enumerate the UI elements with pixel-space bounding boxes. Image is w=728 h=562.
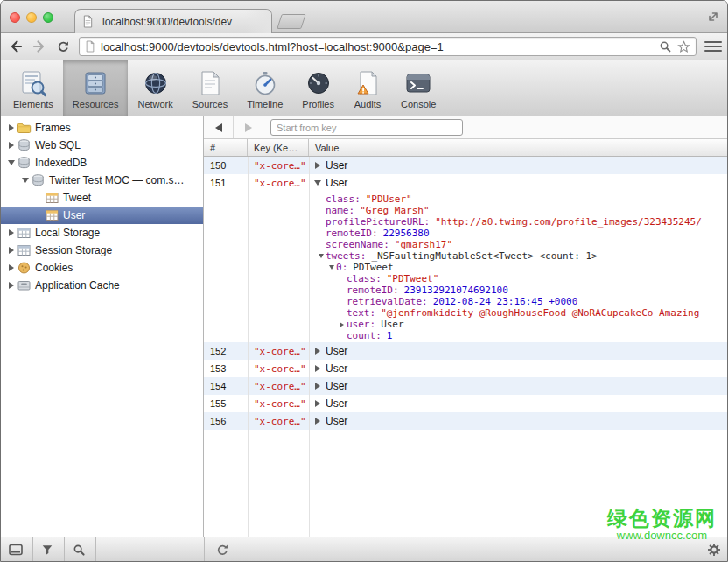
sidebar-item-user[interactable]: User: [1, 207, 203, 224]
disclosure-right-icon[interactable]: [312, 400, 323, 407]
grid-header: # Key (Ke… Value: [204, 139, 728, 157]
sidebar-item-label: Tweet: [63, 192, 91, 204]
disclosure-right-icon[interactable]: [6, 247, 17, 254]
status-bar: [1, 537, 728, 561]
url-field[interactable]: localhost:9000/devtools/devtools.html?ho…: [79, 37, 696, 56]
tab-timeline[interactable]: Timeline: [237, 60, 292, 116]
row-value: User: [326, 415, 347, 427]
network-icon: [142, 69, 170, 97]
toggle-console-button[interactable]: [8, 542, 24, 558]
property-value: PDTweet: [353, 262, 393, 273]
sidebar-item-frames[interactable]: Frames: [1, 119, 203, 137]
row-number: 151: [204, 178, 248, 188]
column-header-key[interactable]: Key (Ke…: [248, 139, 309, 156]
refresh-button[interactable]: [214, 542, 230, 558]
tab-elements[interactable]: Elements: [4, 60, 63, 116]
table-row[interactable]: 151"x-core…"Userclass"PDUser"name"Greg M…: [204, 174, 728, 342]
sidebar-item-label: Frames: [35, 122, 71, 134]
column-header-value[interactable]: Value: [309, 139, 728, 156]
disclosure-down-icon[interactable]: [312, 180, 323, 186]
database-icon: [17, 138, 32, 152]
new-tab-button[interactable]: [276, 14, 306, 29]
disclosure-right-icon[interactable]: [6, 229, 17, 236]
browser-tab[interactable]: localhost:9000/devtools/dev: [74, 9, 272, 33]
disclosure-right-icon[interactable]: [337, 322, 346, 327]
disclosure-right-icon[interactable]: [6, 264, 17, 271]
sidebar-item-twitter-test-moc-com-s[interactable]: Twitter Test MOC — com.s…: [1, 172, 203, 189]
zoom-window-button[interactable]: [43, 12, 53, 23]
property-name: class: [326, 193, 360, 205]
disclosure-right-icon[interactable]: [6, 142, 17, 149]
menu-button[interactable]: [704, 39, 722, 54]
disclosure-right-icon[interactable]: [312, 348, 323, 355]
page-forward-button[interactable]: [234, 116, 263, 138]
row-number: 156: [204, 416, 248, 426]
tab-console[interactable]: Console: [391, 60, 445, 116]
disclosure-right-icon[interactable]: [312, 162, 323, 169]
property-value: "Greg Marsh": [360, 205, 429, 216]
start-from-key-input[interactable]: [270, 119, 463, 136]
tab-profiles[interactable]: Profiles: [292, 60, 344, 116]
disclosure-right-icon[interactable]: [312, 418, 323, 425]
disclosure-right-icon[interactable]: [6, 282, 17, 289]
table-row[interactable]: 152"x-core…"User: [204, 342, 728, 360]
url-text: localhost:9000/devtools/devtools.html?ho…: [101, 40, 654, 53]
row-value: User: [326, 177, 347, 189]
tab-network[interactable]: Network: [128, 60, 182, 116]
settings-gear-icon[interactable]: [706, 542, 722, 558]
search-icon[interactable]: [71, 542, 87, 558]
sidebar-item-web-sql[interactable]: Web SQL: [1, 137, 203, 154]
bookmark-star-icon[interactable]: [677, 40, 690, 53]
sidebar-item-cookies[interactable]: Cookies: [1, 259, 203, 277]
page-back-button[interactable]: [204, 116, 234, 138]
timeline-icon: [251, 69, 279, 97]
table-row[interactable]: 156"x-core…"User: [204, 412, 728, 430]
resources-sidebar: FramesWeb SQLIndexedDBTwitter Test MOC —…: [1, 116, 204, 538]
property-value: "gmarsh17": [395, 239, 452, 250]
row-number: 153: [204, 363, 248, 374]
back-button[interactable]: [8, 39, 24, 54]
row-key: "x-core…": [248, 381, 309, 392]
minimize-window-button[interactable]: [26, 12, 37, 23]
table-row[interactable]: 155"x-core…"User: [204, 395, 728, 412]
row-key: "x-core…": [248, 160, 309, 172]
disclosure-right-icon[interactable]: [312, 365, 323, 372]
page-favicon-icon: [82, 15, 94, 28]
tab-sources[interactable]: Sources: [183, 60, 237, 116]
disclosure-down-icon[interactable]: [326, 265, 336, 270]
column-header-number[interactable]: #: [204, 139, 248, 156]
filter-icon[interactable]: [39, 542, 55, 558]
sidebar-item-label: Web SQL: [35, 139, 80, 151]
sidebar-item-label: Application Cache: [35, 279, 120, 292]
tab-label: Sources: [192, 99, 228, 109]
table-row[interactable]: 153"x-core…"User: [204, 360, 728, 377]
row-value: User: [326, 362, 347, 375]
property-name: user: [346, 319, 375, 330]
reload-button[interactable]: [55, 39, 71, 54]
table-row[interactable]: 150"x-core…"User: [204, 157, 728, 174]
disclosure-down-icon[interactable]: [20, 178, 31, 183]
folder-icon: [17, 121, 32, 135]
forward-button[interactable]: [32, 39, 47, 54]
tab-audits[interactable]: Audits: [344, 60, 391, 116]
resources-icon: [81, 69, 109, 97]
sidebar-item-local-storage[interactable]: Local Storage: [1, 224, 203, 242]
sidebar-item-application-cache[interactable]: Application Cache: [1, 277, 203, 294]
sidebar-item-session-storage[interactable]: Session Storage: [1, 242, 203, 259]
sidebar-item-indexeddb[interactable]: IndexedDB: [1, 154, 203, 172]
expand-arrows-icon[interactable]: [706, 10, 720, 24]
table-row[interactable]: 154"x-core…"User: [204, 377, 728, 395]
property-value: "PDTweet": [387, 273, 439, 285]
disclosure-right-icon[interactable]: [312, 383, 323, 390]
property-name: profilePictureURL: [326, 216, 430, 228]
tab-resources[interactable]: Resources: [63, 60, 129, 116]
disclosure-down-icon[interactable]: [6, 160, 17, 165]
title-bar: localhost:9000/devtools/dev: [1, 1, 728, 33]
sidebar-item-label: Twitter Test MOC — com.s…: [49, 174, 184, 186]
disclosure-down-icon[interactable]: [316, 254, 326, 258]
row-key: "x-core…": [248, 398, 309, 410]
close-window-button[interactable]: [10, 12, 20, 23]
sidebar-item-tweet[interactable]: Tweet: [1, 189, 203, 207]
disclosure-right-icon[interactable]: [6, 124, 17, 131]
zoom-icon[interactable]: [659, 40, 672, 53]
